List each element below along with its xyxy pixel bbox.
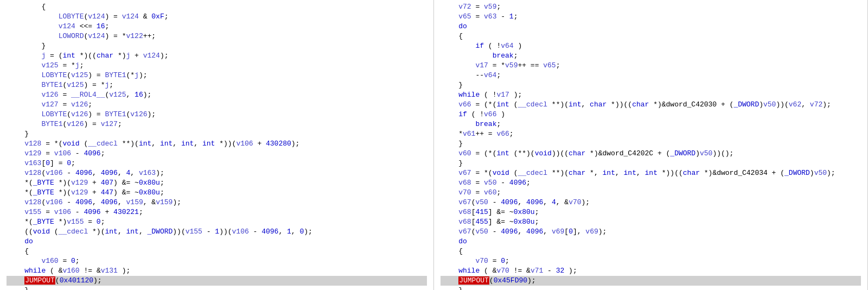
code-line: v60 = (*(int (**)(void))((char *)&dword_… (441, 149, 861, 159)
code-line: LOBYTE(v126) = BYTE1(v126); (7, 110, 427, 119)
code-line: v124 <<= 16; (7, 22, 427, 31)
code-line: BYTE1(v125) = *j; (7, 80, 427, 90)
code-line: break; (441, 51, 861, 61)
code-line: v67(v50 - 4096, 4096, v69[0], v69); (441, 227, 861, 237)
code-line: v68 = v50 - 4096; (441, 178, 861, 188)
code-line: break; (441, 119, 861, 129)
left-code: { LOBYTE(v124) = v124 & 0xF; v124 <<= 16… (0, 2, 433, 290)
macro-label: JUMPOUT (458, 276, 489, 285)
code-line: do (441, 22, 861, 31)
code-line: { (441, 31, 861, 41)
left-pane[interactable]: { LOBYTE(v124) = v124 & 0xF; v124 <<= 16… (0, 0, 434, 290)
code-line: v163[0] = 0; (7, 159, 427, 168)
right-code: v72 = v59; v65 = v63 - 1; do { if ( !v64… (434, 2, 867, 290)
code-line: *(_BYTE *)(v129 + 407) &= ~0x80u; (7, 178, 427, 188)
code-line: ((void (__cdecl *)(int, int, _DWORD))(v1… (7, 227, 427, 237)
code-line: v66 = (*(int (__cdecl **)(int, char *))(… (441, 100, 861, 110)
code-line: { (7, 247, 427, 256)
code-line: *v61++ = v66; (441, 129, 861, 139)
code-line: } (441, 139, 861, 149)
code-line: } (7, 41, 427, 51)
code-line: LOBYTE(v125) = BYTE1(*j); (7, 71, 427, 80)
code-line: } (7, 129, 427, 139)
code-line: do (441, 237, 861, 247)
code-line: LOBYTE(v124) = v124 & 0xF; (7, 12, 427, 22)
code-line: { (7, 2, 427, 12)
code-line: JUMPOUT(0x401120); (7, 276, 427, 286)
macro-label: JUMPOUT (24, 276, 55, 285)
code-line: v126 = __ROL4__(v125, 16); (7, 90, 427, 100)
code-line: v129 = v106 - 4096; (7, 149, 427, 159)
code-line: while ( &v160 != &v131 ); (7, 266, 427, 276)
right-pane[interactable]: v72 = v59; v65 = v63 - 1; do { if ( !v64… (434, 0, 868, 290)
code-line: do (7, 237, 427, 247)
code-line: if ( !v66 ) (441, 110, 861, 119)
code-line: v128(v106 - 4096, 4096, 4, v163); (7, 168, 427, 178)
code-line: } (7, 286, 427, 290)
code-line: v127 = v126; (7, 100, 427, 110)
code-line: v68[455] &= ~0x80u; (441, 217, 861, 227)
code-line: j = (int *)((char *)j + v124); (7, 51, 427, 61)
code-line: --v64; (441, 71, 861, 80)
code-line: v70 = 0; (441, 256, 861, 266)
code-line: JUMPOUT(0x45FD90); (441, 276, 861, 286)
code-line: v128(v106 - 4096, 4096, v159, &v159); (7, 198, 427, 207)
code-line: if ( !v64 ) (441, 41, 861, 51)
code-line: } (441, 286, 861, 290)
code-line: { (441, 247, 861, 256)
code-line: while ( &v70 != &v71 - 32 ); (441, 266, 861, 276)
code-line: v128 = *(void (__cdecl **)(int, int, int… (7, 139, 427, 149)
code-line: while ( !v17 ); (441, 90, 861, 100)
code-line: v155 = v106 - 4096 + 430221; (7, 207, 427, 217)
code-line: v65 = v63 - 1; (441, 12, 861, 22)
code-line: LOWORD(v124) = *v122++; (7, 31, 427, 41)
code-line: *(_BYTE *)(v129 + 447) &= ~0x80u; (7, 188, 427, 198)
code-line: v125 = *j; (7, 61, 427, 71)
code-line: v160 = 0; (7, 256, 427, 266)
code-line: } (441, 159, 861, 168)
code-line: } (441, 80, 861, 90)
code-line: v67(v50 - 4096, 4096, 4, &v70); (441, 198, 861, 207)
code-line: v17 = *v59++ == v65; (441, 61, 861, 71)
code-line: v68[415] &= ~0x80u; (441, 207, 861, 217)
code-line: v67 = *(void (__cdecl **)(char *, int, i… (441, 168, 861, 178)
code-line: v70 = v60; (441, 188, 861, 198)
code-line: *(_BYTE *)v155 = 0; (7, 217, 427, 227)
code-line: BYTE1(v126) = v127; (7, 119, 427, 129)
code-line: v72 = v59; (441, 2, 861, 12)
